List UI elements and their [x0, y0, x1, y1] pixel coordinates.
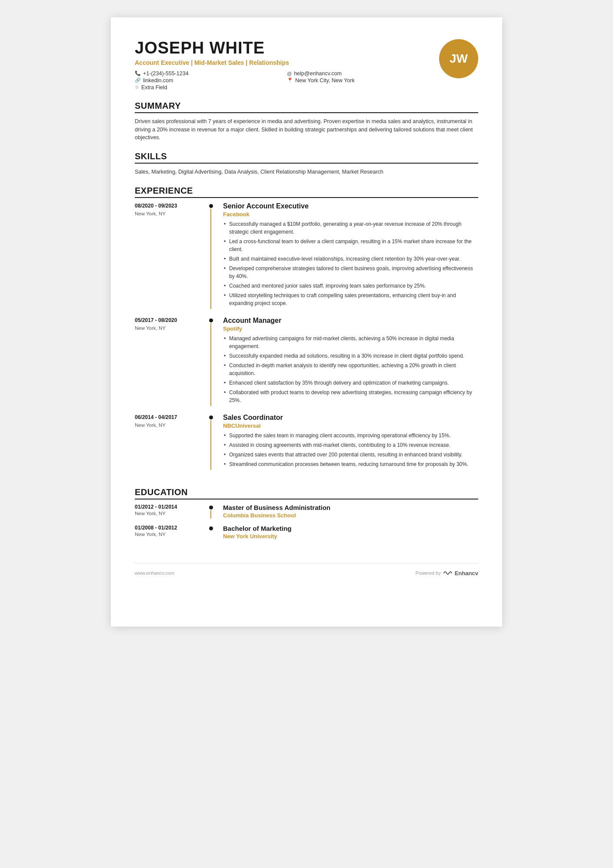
- edu-right-2: Bachelor of Marketing New York Universit…: [215, 525, 478, 540]
- bullet: Streamlined communication processes betw…: [223, 460, 478, 468]
- exp-middle-3: [207, 414, 215, 470]
- resume-page: JOSEPH WHITE Account Executive | Mid-Mar…: [111, 17, 502, 627]
- bullet: Collaborated with product teams to devel…: [223, 389, 478, 404]
- footer-right: Powered by Enhancv: [416, 570, 478, 576]
- summary-text: Driven sales professional with 7 years o…: [135, 117, 478, 142]
- experience-item-1: 08/2020 - 09/2023 New York, NY Senior Ac…: [135, 202, 478, 309]
- enhancv-logo-icon: [443, 570, 453, 576]
- contact-extra: ☆ Extra Field: [135, 84, 278, 90]
- exp-bullets-3: Supported the sales team in managing cli…: [223, 432, 478, 468]
- linkedin-icon: 🔗: [135, 77, 141, 83]
- exp-line-1: [210, 209, 211, 309]
- exp-line-3: [210, 420, 211, 470]
- edu-date-2: 01/2008 - 01/2012: [135, 525, 202, 531]
- exp-dot-1: [209, 204, 213, 208]
- avatar: JW: [439, 39, 478, 78]
- exp-company-1: Facebook: [223, 211, 478, 218]
- edu-location-2: New York, NY: [135, 532, 202, 537]
- skills-title: SKILLS: [135, 151, 478, 164]
- bullet: Successfully managed a $10M portfolio, g…: [223, 220, 478, 236]
- bullet: Managed advertising campaigns for mid-ma…: [223, 335, 478, 350]
- edu-left-2: 01/2008 - 01/2012 New York, NY: [135, 525, 207, 540]
- bullet: Supported the sales team in managing cli…: [223, 432, 478, 439]
- exp-date-1: 08/2020 - 09/2023: [135, 202, 202, 210]
- edu-line-1: [210, 510, 211, 519]
- exp-date-3: 06/2014 - 04/2017: [135, 414, 202, 421]
- edu-middle-1: [207, 504, 215, 519]
- exp-middle-2: [207, 317, 215, 406]
- edu-left-1: 01/2012 - 01/2014 New York, NY: [135, 504, 207, 519]
- edu-degree-2: Bachelor of Marketing: [223, 525, 478, 532]
- exp-jobtitle-1: Senior Account Executive: [223, 202, 478, 210]
- header-left: JOSEPH WHITE Account Executive | Mid-Mar…: [135, 39, 430, 90]
- bullet: Utilized storytelling techniques to craf…: [223, 292, 478, 307]
- contact-email: @ help@enhancv.com: [287, 70, 430, 77]
- bullet: Conducted in-depth market analysis to id…: [223, 362, 478, 377]
- exp-left-2: 05/2017 - 08/2020 New York, NY: [135, 317, 207, 406]
- edu-school-1: Columbia Business School: [223, 512, 478, 519]
- bullet: Successfully expanded media ad solutions…: [223, 352, 478, 360]
- bullet: Developed comprehensive strategies tailo…: [223, 265, 478, 280]
- footer-website: www.enhancv.com: [135, 570, 174, 576]
- exp-jobtitle-3: Sales Coordinator: [223, 414, 478, 422]
- bullet: Coached and mentored junior sales staff,…: [223, 282, 478, 290]
- experience-rows: 08/2020 - 09/2023 New York, NY Senior Ac…: [135, 202, 478, 478]
- exp-company-3: NBCUniversal: [223, 422, 478, 429]
- bullet: Led a cross-functional team to deliver a…: [223, 238, 478, 253]
- exp-company-2: Spotify: [223, 325, 478, 332]
- edu-school-2: New York University: [223, 533, 478, 540]
- exp-left-3: 06/2014 - 04/2017 New York, NY: [135, 414, 207, 470]
- edu-date-1: 01/2012 - 01/2014: [135, 504, 202, 510]
- education-item-1: 01/2012 - 01/2014 New York, NY Master of…: [135, 504, 478, 519]
- exp-location-2: New York, NY: [135, 325, 202, 331]
- star-icon: ☆: [135, 84, 139, 90]
- exp-bullets-2: Managed advertising campaigns for mid-ma…: [223, 335, 478, 404]
- edu-dot-2: [209, 526, 213, 530]
- edu-dot-1: [209, 506, 213, 509]
- experience-item-3: 06/2014 - 04/2017 New York, NY Sales Coo…: [135, 414, 478, 470]
- bullet: Enhanced client satisfaction by 35% thro…: [223, 379, 478, 387]
- bullet: Organized sales events that attracted ov…: [223, 451, 478, 459]
- edu-right-1: Master of Business Administration Columb…: [215, 504, 478, 519]
- phone-icon: 📞: [135, 70, 141, 76]
- experience-item-2: 05/2017 - 08/2020 New York, NY Account M…: [135, 317, 478, 406]
- exp-line-2: [210, 323, 211, 406]
- location-icon: 📍: [287, 77, 293, 83]
- exp-right-2: Account Manager Spotify Managed advertis…: [215, 317, 478, 406]
- education-section: EDUCATION 01/2012 - 01/2014 New York, NY…: [135, 487, 478, 546]
- experience-section: EXPERIENCE 08/2020 - 09/2023 New York, N…: [135, 186, 478, 478]
- edu-degree-1: Master of Business Administration: [223, 504, 478, 511]
- exp-date-2: 05/2017 - 08/2020: [135, 317, 202, 324]
- exp-right-3: Sales Coordinator NBCUniversal Supported…: [215, 414, 478, 470]
- email-icon: @: [287, 71, 292, 76]
- contact-grid: 📞 +1-(234)-555-1234 @ help@enhancv.com 🔗…: [135, 70, 430, 90]
- edu-middle-2: [207, 525, 215, 540]
- edu-location-1: New York, NY: [135, 511, 202, 516]
- brand-name: Enhancv: [455, 570, 478, 576]
- powered-by-text: Powered by: [416, 570, 441, 576]
- exp-left-1: 08/2020 - 09/2023 New York, NY: [135, 202, 207, 309]
- exp-dot-3: [209, 416, 213, 419]
- exp-location-3: New York, NY: [135, 422, 202, 428]
- exp-jobtitle-2: Account Manager: [223, 317, 478, 325]
- summary-title: SUMMARY: [135, 101, 478, 113]
- exp-right-1: Senior Account Executive Facebook Succes…: [215, 202, 478, 309]
- education-item-2: 01/2008 - 01/2012 New York, NY Bachelor …: [135, 525, 478, 540]
- header-section: JOSEPH WHITE Account Executive | Mid-Mar…: [135, 39, 478, 90]
- education-title: EDUCATION: [135, 487, 478, 499]
- contact-location: 📍 New York City, New York: [287, 77, 430, 84]
- candidate-name: JOSEPH WHITE: [135, 39, 430, 57]
- experience-title: EXPERIENCE: [135, 186, 478, 198]
- bullet: Assisted in closing agreements with mid-…: [223, 441, 478, 449]
- summary-section: SUMMARY Driven sales professional with 7…: [135, 101, 478, 142]
- footer: www.enhancv.com Powered by Enhancv: [135, 563, 478, 576]
- candidate-title: Account Executive | Mid-Market Sales | R…: [135, 59, 430, 66]
- education-rows: 01/2012 - 01/2014 New York, NY Master of…: [135, 504, 478, 546]
- exp-bullets-1: Successfully managed a $10M portfolio, g…: [223, 220, 478, 307]
- exp-middle-1: [207, 202, 215, 309]
- exp-location-1: New York, NY: [135, 211, 202, 216]
- exp-dot-2: [209, 318, 213, 322]
- bullet: Built and maintained executive-level rel…: [223, 255, 478, 263]
- skills-section: SKILLS Sales, Marketing, Digital Adverti…: [135, 151, 478, 176]
- skills-text: Sales, Marketing, Digital Advertising, D…: [135, 168, 478, 176]
